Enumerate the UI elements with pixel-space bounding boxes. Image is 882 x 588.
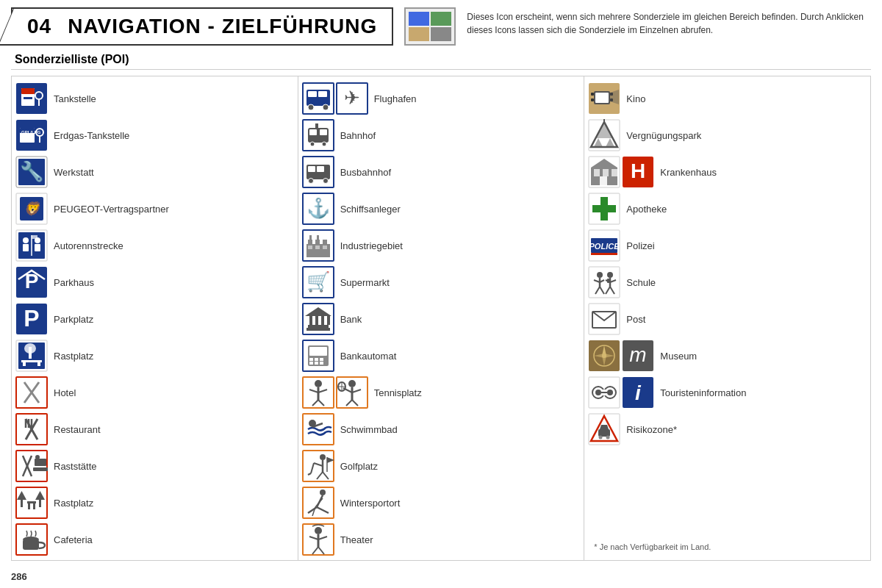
poi-bahnhof: Bahnhof bbox=[302, 119, 581, 151]
svg-marker-227 bbox=[600, 425, 609, 429]
svg-rect-164 bbox=[591, 98, 594, 101]
svg-rect-201 bbox=[607, 279, 609, 283]
label-industrie: Industriegebiet bbox=[340, 240, 403, 251]
icon-industrie bbox=[302, 229, 334, 262]
icon-flughafen-group: ✈ bbox=[302, 82, 368, 115]
label-tennis: Tennisplatz bbox=[374, 387, 422, 398]
icon-parkhaus: P bbox=[15, 266, 48, 298]
label-cafeteria: Cafeteria bbox=[54, 534, 93, 545]
poi-parkplatz: P Parkplatz bbox=[15, 303, 294, 335]
poi-rastplatz2: Rastplatz bbox=[15, 487, 294, 519]
svg-rect-204 bbox=[589, 304, 620, 334]
svg-rect-80 bbox=[308, 166, 315, 172]
column-2: ✈ Flughafen bbox=[298, 76, 585, 560]
svg-rect-49 bbox=[35, 459, 46, 466]
icon-cell-blue bbox=[409, 12, 429, 26]
svg-point-212 bbox=[602, 354, 606, 358]
poi-tourist: i Touristeninformation bbox=[588, 376, 867, 409]
label-wintersport: Wintersportort bbox=[340, 498, 401, 509]
header-icon bbox=[404, 7, 456, 46]
header: 04 NAVIGATION - ZIELFÜHRUNG Dieses Icon … bbox=[11, 7, 871, 46]
svg-point-117 bbox=[315, 380, 322, 387]
svg-point-197 bbox=[607, 272, 613, 278]
footnote-text: * Je nach Verfügbarkeit im Land. bbox=[594, 542, 711, 551]
svg-rect-113 bbox=[309, 362, 313, 365]
label-tankstelle: Tankstelle bbox=[54, 93, 96, 104]
svg-point-124 bbox=[348, 380, 356, 387]
icon-risiko bbox=[588, 413, 620, 445]
title-box: 04 NAVIGATION - ZIELFÜHRUNG bbox=[11, 7, 393, 46]
poi-werkstatt: 🔧 Werkstatt bbox=[15, 156, 294, 188]
icon-schiff: ⚓ bbox=[302, 193, 334, 225]
svg-text:⚓: ⚓ bbox=[306, 196, 331, 220]
svg-point-20 bbox=[23, 237, 29, 243]
header-description: Dieses Icon erscheint, wenn sich mehrere… bbox=[467, 7, 871, 37]
icon-museum-group: m bbox=[588, 340, 654, 372]
svg-rect-84 bbox=[327, 169, 330, 173]
svg-text:m: m bbox=[630, 343, 647, 366]
icon-krankenhaus-group: H bbox=[588, 156, 654, 188]
poi-polizei: POLICE Polizei bbox=[588, 229, 867, 262]
label-vergnuegung: Vergnügungspark bbox=[626, 130, 701, 141]
poi-post: Post bbox=[588, 303, 867, 335]
label-busbahnhof: Busbahnhof bbox=[340, 167, 391, 178]
poi-risiko: Risikozone* bbox=[588, 413, 867, 445]
svg-rect-163 bbox=[591, 93, 594, 96]
svg-point-220 bbox=[595, 390, 601, 395]
label-bahnhof: Bahnhof bbox=[340, 130, 376, 141]
svg-rect-109 bbox=[309, 347, 327, 356]
svg-rect-66 bbox=[318, 91, 327, 97]
label-krankenhaus: Krankenhaus bbox=[660, 167, 717, 178]
svg-point-228 bbox=[599, 436, 603, 440]
svg-rect-105 bbox=[327, 316, 330, 325]
svg-rect-115 bbox=[320, 362, 323, 365]
svg-rect-36 bbox=[37, 362, 40, 366]
icon-bankautomat bbox=[302, 340, 334, 372]
label-rastplatz2: Rastplatz bbox=[54, 498, 93, 509]
icon-cell-green bbox=[431, 12, 451, 26]
svg-rect-112 bbox=[320, 358, 323, 361]
page-subtitle: NAVIGATION - ZIELFÜHRUNG bbox=[55, 15, 378, 37]
label-schiff: Schiffsanleger bbox=[340, 204, 401, 215]
poi-table: Tankstelle GPL/LPG Erdgas-Tankstelle bbox=[11, 76, 871, 561]
poi-bank: Bank bbox=[302, 303, 581, 335]
svg-rect-180 bbox=[600, 176, 607, 185]
poi-vergnuegung: Vergnügungspark bbox=[588, 119, 867, 151]
label-rastplatz1: Rastplatz bbox=[54, 351, 93, 362]
col3-items: Kino bbox=[588, 82, 867, 539]
svg-text:GPL/LPG: GPL/LPG bbox=[21, 130, 41, 135]
column-1: Tankstelle GPL/LPG Erdgas-Tankstelle bbox=[12, 76, 298, 560]
svg-text:🔧: 🔧 bbox=[20, 159, 44, 183]
svg-rect-77 bbox=[315, 123, 318, 128]
poi-raststaette: Raststätte bbox=[15, 450, 294, 482]
svg-rect-110 bbox=[309, 358, 313, 361]
svg-rect-96 bbox=[317, 235, 319, 241]
poi-flughafen: ✈ Flughafen bbox=[302, 82, 581, 115]
svg-point-68 bbox=[323, 104, 329, 110]
poi-kino: Kino bbox=[588, 82, 867, 115]
svg-rect-226 bbox=[598, 429, 610, 437]
label-post: Post bbox=[626, 314, 645, 325]
svg-rect-93 bbox=[315, 245, 320, 249]
label-schule: Schule bbox=[626, 277, 656, 288]
svg-point-62 bbox=[23, 537, 39, 542]
poi-hotel: Hotel bbox=[15, 376, 294, 409]
poi-tennis: Tennisplatz bbox=[302, 376, 581, 409]
label-schwimmbad: Schwimmbad bbox=[340, 424, 398, 435]
label-flughafen: Flughafen bbox=[374, 93, 417, 104]
icon-schule bbox=[588, 266, 620, 298]
icon-hotel bbox=[15, 376, 48, 409]
label-raststaette: Raststätte bbox=[54, 461, 97, 472]
label-bankautomat: Bankautomat bbox=[340, 351, 397, 362]
svg-rect-103 bbox=[315, 316, 318, 325]
icon-apotheke bbox=[588, 193, 620, 225]
label-erdgas: Erdgas-Tankstelle bbox=[54, 130, 129, 141]
svg-rect-91 bbox=[323, 240, 327, 244]
svg-rect-111 bbox=[315, 358, 318, 361]
poi-golf: Golfplatz bbox=[302, 450, 581, 482]
icon-kino bbox=[588, 82, 620, 115]
svg-text:POLICE: POLICE bbox=[589, 242, 620, 251]
svg-point-76 bbox=[322, 142, 326, 146]
svg-rect-94 bbox=[323, 245, 327, 249]
poi-restaurant: Restaurant bbox=[15, 413, 294, 445]
